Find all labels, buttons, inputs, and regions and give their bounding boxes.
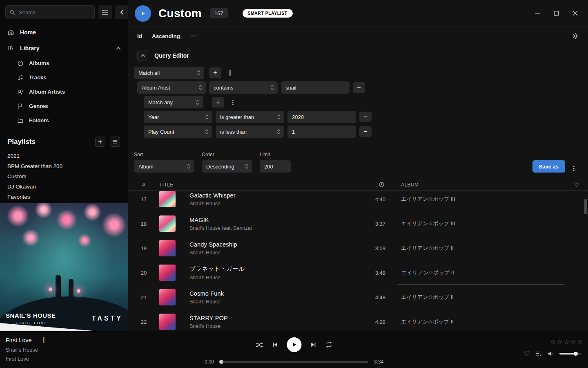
- playlist-item-custom[interactable]: Custom: [0, 171, 128, 182]
- track-album: エイリアン☆ポップ II: [398, 245, 565, 252]
- minimize-button[interactable]: [534, 10, 541, 17]
- column-header-title[interactable]: TITLE: [159, 182, 353, 188]
- previous-button[interactable]: [272, 341, 278, 348]
- sidebar-item-albums[interactable]: Albums: [0, 56, 128, 70]
- more-options-icon[interactable]: ⋯: [190, 34, 197, 38]
- clock-icon: [379, 182, 385, 188]
- chevron-up-icon[interactable]: [116, 47, 121, 50]
- group-menu-icon[interactable]: ⋮: [227, 99, 238, 106]
- column-header-album[interactable]: ALBUM: [398, 182, 565, 188]
- add-rule-button[interactable]: +: [209, 67, 221, 78]
- next-icon: [310, 341, 317, 348]
- rule-field-select[interactable]: Album Artist: [137, 81, 206, 94]
- sort-select[interactable]: Album: [134, 160, 194, 173]
- stepper-icon: [270, 85, 274, 90]
- progress-handle[interactable]: [219, 360, 223, 364]
- rule-field-select[interactable]: Year: [144, 111, 212, 123]
- shuffle-button[interactable]: [256, 341, 263, 348]
- track-row[interactable]: 21 Cosmo Funk Snail's House 4:48 エイリアン☆ポ…: [128, 285, 588, 310]
- sort-order-button[interactable]: Ascending: [152, 33, 180, 39]
- limit-label: Limit: [260, 152, 291, 157]
- menu-button[interactable]: [98, 5, 112, 19]
- star-icon[interactable]: ☆: [557, 339, 562, 345]
- now-playing-artwork[interactable]: SNAIL'S HOUSE FIRST LOVE TASTY: [0, 203, 128, 331]
- track-row[interactable]: 17 Galactic Whisper Snail's House 4:40 エ…: [128, 187, 588, 211]
- track-row[interactable]: 22 STARRY POP Snail's House 4:28 エイリアン☆ポ…: [128, 310, 588, 331]
- track-title-cell: Galactic Whisper Snail's House: [185, 192, 353, 206]
- playlist-item-dj-okawari[interactable]: DJ Okawari: [0, 182, 128, 192]
- track-artwork: [159, 289, 176, 305]
- column-header-number[interactable]: #: [128, 182, 159, 188]
- sidebar-item-folders[interactable]: Folders: [0, 113, 128, 128]
- match-type-select[interactable]: Match all: [134, 67, 204, 79]
- playlist-item-favorites[interactable]: Favorites: [0, 192, 128, 202]
- collapse-query-editor-button[interactable]: [137, 50, 148, 61]
- page-title: Custom: [158, 7, 202, 20]
- maximize-button[interactable]: [553, 10, 559, 17]
- now-playing-menu-icon[interactable]: ⋮: [38, 336, 49, 344]
- sort-field-button[interactable]: Id: [137, 33, 142, 39]
- tracks-icon: [17, 74, 24, 81]
- home-icon: [7, 29, 14, 36]
- remove-rule-button[interactable]: −: [359, 126, 372, 137]
- repeat-button[interactable]: [325, 341, 333, 348]
- close-button[interactable]: [572, 10, 578, 17]
- albums-icon: [17, 60, 24, 67]
- star-icon[interactable]: ☆: [570, 339, 576, 345]
- match-type-select[interactable]: Match any: [144, 96, 203, 108]
- play-playlist-button[interactable]: [135, 5, 151, 22]
- volume-handle[interactable]: [574, 352, 578, 356]
- star-icon[interactable]: ☆: [577, 339, 583, 345]
- rule-operator-select[interactable]: is greater than: [216, 111, 284, 123]
- next-button[interactable]: [310, 341, 317, 348]
- sidebar-item-album-artists[interactable]: Album Artists: [0, 85, 128, 99]
- stepper-icon: [205, 114, 209, 120]
- track-row[interactable]: 18 MAGIK Snail's House feat. Sennzai 3:3…: [128, 211, 588, 236]
- back-button[interactable]: [115, 5, 128, 19]
- remove-rule-button[interactable]: −: [353, 82, 365, 93]
- sidebar-item-library[interactable]: Library: [0, 40, 128, 56]
- sidebar-item-tracks[interactable]: Tracks: [0, 70, 128, 85]
- track-number: 21: [128, 294, 159, 301]
- stepper-icon: [187, 164, 191, 169]
- main-panel: Custom 167 SMART PLAYLIST Id Ascending ⋯…: [128, 0, 588, 331]
- rule-operator-select[interactable]: is less than: [216, 126, 284, 138]
- queue-icon[interactable]: [535, 351, 542, 357]
- track-row[interactable]: 19 Candy Spaceship Snail's House 3:09 エイ…: [128, 236, 588, 260]
- track-title: MAGIK: [189, 217, 353, 223]
- track-row[interactable]: 20 プラネット・ガール Snail's House 3:48 エイリアン☆ポッ…: [128, 260, 588, 285]
- star-icon[interactable]: ☆: [564, 339, 569, 345]
- group-menu-icon[interactable]: ⋮: [225, 69, 235, 77]
- volume-slider[interactable]: [559, 353, 581, 355]
- star-icon[interactable]: ☆: [550, 339, 556, 345]
- play-pause-button[interactable]: [287, 337, 302, 352]
- rule-field-select[interactable]: Play Count: [144, 126, 212, 138]
- gear-icon[interactable]: [572, 32, 579, 40]
- rule-value-input[interactable]: [287, 111, 356, 123]
- rule-value-input[interactable]: [287, 126, 356, 138]
- column-header-favorite[interactable]: ♡: [574, 182, 579, 188]
- sidebar-item-genres[interactable]: Genres: [0, 99, 128, 113]
- playlist-list-button[interactable]: [110, 137, 120, 147]
- column-header-duration[interactable]: [379, 182, 385, 188]
- volume-icon[interactable]: [547, 350, 554, 357]
- order-select[interactable]: Descending: [202, 160, 252, 173]
- favorite-button[interactable]: ♡: [524, 350, 530, 357]
- save-menu-icon[interactable]: ⋮: [568, 165, 579, 173]
- rule-operator-select[interactable]: contains: [209, 81, 278, 94]
- playlist-item-2021[interactable]: 2021: [0, 151, 128, 161]
- rule-value-input[interactable]: [281, 81, 350, 94]
- sidebar-item-home[interactable]: Home: [0, 24, 128, 40]
- search-input[interactable]: [19, 9, 91, 16]
- save-as-button[interactable]: Save as: [532, 160, 565, 173]
- limit-input[interactable]: [260, 160, 291, 173]
- progress-bar[interactable]: [220, 361, 368, 363]
- playlist-item-bpm-greater-than-200[interactable]: BPM Greater than 200: [0, 161, 128, 171]
- smart-playlist-badge: SMART PLAYLIST: [243, 9, 293, 18]
- remove-rule-button[interactable]: −: [359, 112, 372, 122]
- track-list: 17 Galactic Whisper Snail's House 4:40 エ…: [128, 187, 588, 331]
- add-rule-button[interactable]: +: [212, 97, 224, 108]
- playlist-header: Custom 167 SMART PLAYLIST: [128, 0, 588, 27]
- add-playlist-button[interactable]: [95, 137, 105, 147]
- sidebar-topbar: [0, 0, 128, 24]
